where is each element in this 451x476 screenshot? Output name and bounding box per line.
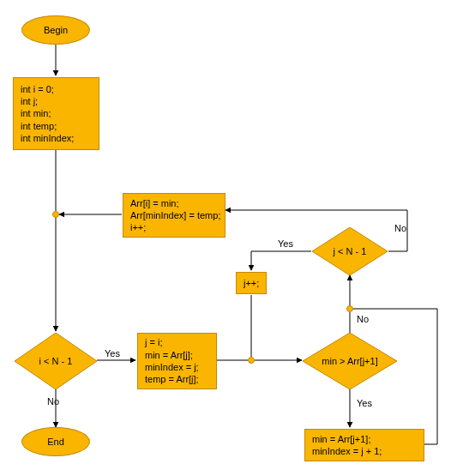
node-init: int i = 0; int j; int min; int temp; int… (13, 77, 99, 150)
node-setj: j = i; min = Arr[j]; minIndex = j; temp … (137, 333, 217, 389)
edge-label-j-yes: Yes (278, 238, 293, 249)
node-decision-min-label: min > Arr[j+1] (322, 356, 377, 366)
node-swap: Arr[i] = min; Arr[minIndex] = temp; i++; (123, 193, 226, 238)
node-end-label: End (47, 437, 64, 447)
edge-label-min-yes: Yes (357, 398, 372, 408)
connector-inner-loop (346, 305, 353, 312)
node-begin: Begin (21, 15, 90, 45)
node-swap-text: Arr[i] = min; Arr[minIndex] = temp; i++; (130, 197, 220, 234)
node-jpp-text: j++; (244, 277, 259, 289)
node-decision-j: j < N - 1 (312, 227, 388, 275)
node-init-text: int i = 0; int j; int min; int temp; int… (21, 83, 74, 144)
node-end: End (21, 427, 90, 456)
node-decision-i-label: i < N - 1 (39, 356, 73, 366)
edge-label-j-no: No (394, 223, 406, 233)
edge-label-min-no: No (357, 314, 369, 324)
edge-label-i-yes: Yes (105, 348, 120, 359)
connector-outer-loop (52, 211, 59, 218)
node-jpp: j++; (236, 272, 267, 294)
node-decision-j-label: j < N - 1 (334, 246, 367, 256)
connector-inner-entry (248, 357, 255, 364)
node-update-min: min = Arr[j+1]; minIndex = j + 1; (304, 429, 424, 461)
node-decision-min: min > Arr[j+1] (303, 333, 397, 389)
edge-label-i-no: No (47, 396, 59, 407)
node-decision-i: i < N - 1 (15, 333, 97, 389)
node-update-min-text: min = Arr[j+1]; minIndex = j + 1; (312, 433, 382, 458)
node-begin-label: Begin (44, 25, 68, 35)
node-setj-text: j = i; min = Arr[j]; minIndex = j; temp … (145, 336, 199, 385)
